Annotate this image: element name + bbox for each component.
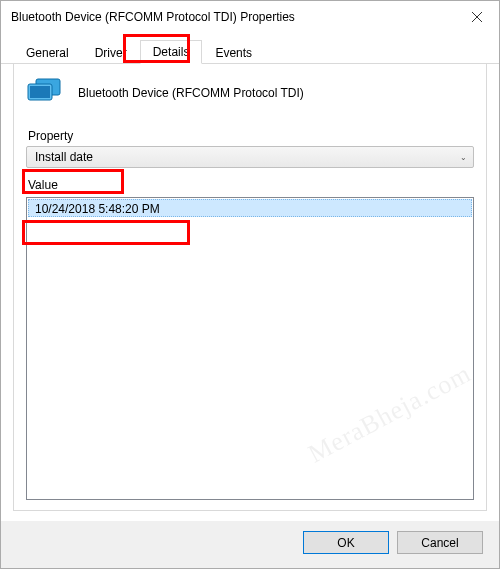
tab-driver[interactable]: Driver bbox=[82, 41, 140, 64]
tab-content: Bluetooth Device (RFCOMM Protocol TDI) P… bbox=[13, 64, 487, 511]
tab-general[interactable]: General bbox=[13, 41, 82, 64]
property-dropdown[interactable]: Install date ⌄ bbox=[26, 146, 474, 168]
properties-window: Bluetooth Device (RFCOMM Protocol TDI) P… bbox=[0, 0, 500, 569]
tab-strip: General Driver Details Events bbox=[1, 39, 499, 64]
ok-button[interactable]: OK bbox=[303, 531, 389, 554]
svg-rect-4 bbox=[30, 86, 50, 98]
value-label: Value bbox=[28, 178, 474, 192]
button-bar: OK Cancel bbox=[1, 521, 499, 568]
device-name: Bluetooth Device (RFCOMM Protocol TDI) bbox=[78, 86, 304, 100]
property-selected: Install date bbox=[35, 150, 93, 164]
close-button[interactable] bbox=[454, 1, 499, 33]
cancel-button[interactable]: Cancel bbox=[397, 531, 483, 554]
tab-events[interactable]: Events bbox=[202, 41, 265, 64]
value-listbox[interactable]: 10/24/2018 5:48:20 PM bbox=[26, 197, 474, 500]
close-icon bbox=[472, 9, 482, 25]
titlebar: Bluetooth Device (RFCOMM Protocol TDI) P… bbox=[1, 1, 499, 33]
property-label: Property bbox=[28, 129, 474, 143]
window-title: Bluetooth Device (RFCOMM Protocol TDI) P… bbox=[11, 10, 454, 24]
monitor-icon bbox=[26, 76, 66, 109]
tab-details[interactable]: Details bbox=[140, 40, 203, 64]
chevron-down-icon: ⌄ bbox=[460, 153, 467, 162]
value-item[interactable]: 10/24/2018 5:48:20 PM bbox=[28, 199, 472, 217]
device-header: Bluetooth Device (RFCOMM Protocol TDI) bbox=[26, 76, 474, 109]
